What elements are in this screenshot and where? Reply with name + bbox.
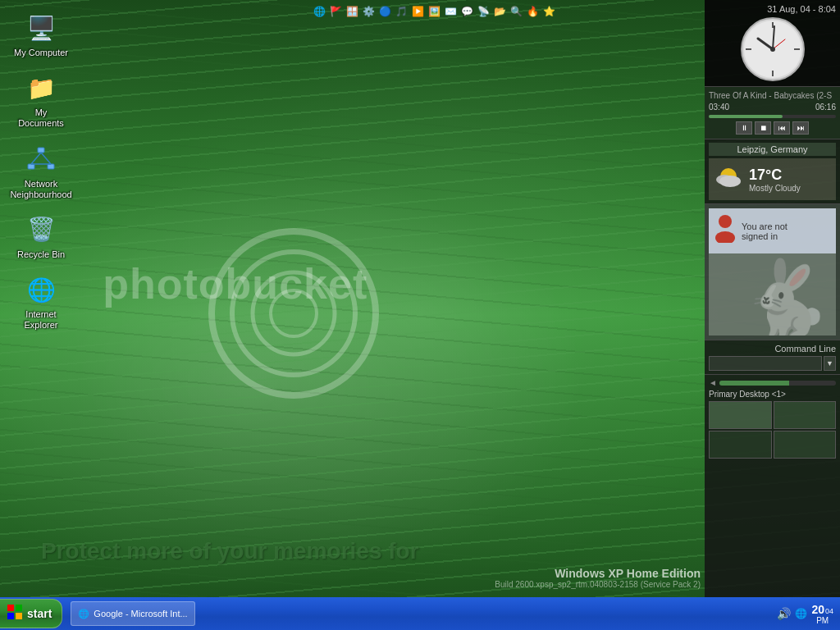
svg-rect-6 (48, 164, 54, 169)
my-computer-icon: 🖥️ (25, 11, 57, 44)
taskbar-items: 🌐 Google - Microsoft Int... (66, 601, 770, 626)
messenger-inner: You are not signed in (709, 208, 836, 253)
command-input-row: ▼ (709, 356, 836, 371)
windows-logo-icon (7, 604, 23, 624)
svg-rect-28 (16, 613, 22, 619)
vdesktop-thumb-1[interactable] (709, 401, 772, 429)
tray-icon-2[interactable]: 🌐 (795, 608, 807, 619)
desktop-icon-ie[interactable]: 🌐 Internet Explorer (8, 270, 74, 334)
vdesktop-preview-grid (709, 401, 836, 459)
top-icon-flag[interactable]: 🚩 (328, 4, 343, 19)
vdesktop-widget: ◄ Primary Desktop <1> (705, 374, 840, 630)
music-progress-bar[interactable] (709, 115, 836, 118)
top-icon-chat[interactable]: 💬 (459, 4, 474, 19)
messenger-widget[interactable]: You are not signed in 🐇 (705, 203, 840, 340)
top-icon-bar: 🌐 🚩 🪟 ⚙️ 🔵 🎵 ▶️ 🖼️ ✉️ 💬 📡 📂 🔍 🔥 ⭐ (312, 4, 556, 19)
svg-rect-5 (28, 164, 34, 169)
photobucket-circles (203, 223, 384, 407)
music-prev-button[interactable]: ⏮ (774, 121, 790, 135)
clock-tray[interactable]: 2004 PM (811, 603, 833, 625)
top-icon-folder[interactable]: 📂 (492, 4, 507, 19)
vdesktop-arrow-icon[interactable]: ◄ (709, 378, 717, 387)
weather-temp: 17°C (749, 167, 833, 184)
svg-rect-26 (16, 605, 22, 611)
taskbar-item-icon: 🌐 (78, 609, 89, 619)
top-icon-video[interactable]: ▶️ (410, 4, 425, 19)
clock-ampm: PM (811, 616, 833, 625)
music-widget: Three Of A Kind - Babycakes (2-S 03:40 0… (705, 86, 840, 139)
vdesktop-progress-bar (719, 381, 836, 386)
music-total-time: 06:16 (815, 103, 836, 112)
clock-hour: 20 (811, 603, 824, 616)
top-icon-ie2[interactable]: 🔵 (377, 4, 392, 19)
vdesktop-thumb-4[interactable] (774, 431, 837, 459)
top-icon-network2[interactable]: 📡 (476, 4, 491, 19)
clock-datetime: 31 Aug, 04 - 8:04 (709, 4, 836, 14)
command-line-label: Command Line (709, 344, 836, 354)
desktop-icon-my-documents[interactable]: 📁 My Documents (8, 68, 74, 132)
music-controls: ⏸ ⏹ ⏮ ⏭ (709, 121, 836, 135)
svg-point-3 (271, 290, 317, 336)
ie-icon: 🌐 (25, 273, 57, 306)
command-dropdown-button[interactable]: ▼ (824, 356, 836, 371)
weather-desc: Mostly Cloudy (749, 184, 833, 193)
my-computer-label: My Computer (14, 48, 68, 58)
music-next-button[interactable]: ⏭ (792, 121, 809, 135)
tray-icon-1[interactable]: 🔊 (777, 607, 791, 620)
my-documents-icon: 📁 (25, 71, 57, 104)
top-icon-fire[interactable]: 🔥 (525, 4, 540, 19)
svg-line-7 (31, 153, 41, 164)
taskbar-tray: 🔊 🌐 2004 PM (770, 603, 840, 625)
music-pause-button[interactable]: ⏸ (736, 121, 752, 135)
vdesktop-thumb-3[interactable] (709, 431, 772, 459)
sidebar-panel: 31 Aug, 04 - 8:04 (705, 0, 840, 630)
top-icon-star[interactable]: ⭐ (541, 4, 556, 19)
network-label: NetworkNeighbourhood (10, 179, 71, 200)
top-icon-search[interactable]: 🔍 (509, 4, 523, 19)
top-icon-photo[interactable]: 🖼️ (427, 4, 441, 19)
svg-point-23 (719, 215, 732, 228)
svg-line-8 (41, 153, 51, 164)
weather-info: 17°C Mostly Cloudy (749, 167, 833, 193)
svg-point-24 (715, 231, 735, 243)
clock-widget: 31 Aug, 04 - 8:04 (705, 0, 840, 86)
desktop-icon-network[interactable]: NetworkNeighbourhood (8, 139, 74, 203)
clock-superscript: 04 (825, 607, 833, 615)
svg-rect-25 (7, 605, 14, 611)
recycle-bin-icon: 🗑️ (25, 213, 57, 246)
weather-icon (712, 162, 745, 197)
vdesktop-thumb-2[interactable] (774, 401, 837, 429)
svg-point-2 (253, 272, 335, 354)
top-icon-music[interactable]: 🎵 (394, 4, 409, 19)
analog-clock (740, 16, 806, 82)
ie-label: Internet Explorer (11, 309, 71, 331)
top-icon-globe[interactable]: 🌐 (312, 4, 326, 19)
music-current-time: 03:40 (709, 103, 729, 112)
desktop: photobucket Protect more of your memorie… (0, 0, 840, 630)
command-input-field[interactable] (709, 356, 822, 371)
desktop-icons: 🖥️ My Computer 📁 My Documents NetworkNei… (8, 8, 74, 335)
music-progress-fill (709, 115, 783, 118)
svg-point-22 (719, 176, 741, 187)
taskbar-item-google-ie[interactable]: 🌐 Google - Microsoft Int... (71, 601, 194, 626)
music-stop-button[interactable]: ⏹ (755, 121, 771, 135)
taskbar-item-label: Google - Microsoft Int... (94, 609, 187, 619)
music-title: Three Of A Kind - Babycakes (2-S (709, 91, 836, 100)
taskbar: start 🌐 Google - Microsoft Int... 🔊 🌐 20… (0, 597, 840, 630)
start-button[interactable]: start (0, 599, 62, 628)
svg-rect-4 (38, 148, 44, 153)
desktop-icon-recycle-bin[interactable]: 🗑️ Recycle Bin (8, 210, 74, 263)
weather-main: 17°C Mostly Cloudy (709, 158, 836, 200)
start-label: start (27, 607, 52, 620)
messenger-avatar-icon (713, 213, 737, 249)
weather-widget: Leipzig, Germany 17°C Mostly Cloudy (705, 139, 840, 203)
command-widget: Command Line ▼ (705, 340, 840, 374)
top-icon-settings[interactable]: ⚙️ (361, 4, 376, 19)
top-icon-window[interactable]: 🪟 (345, 4, 359, 19)
top-icon-mail[interactable]: ✉️ (443, 4, 458, 19)
messenger-status-text: You are not signed in (742, 221, 832, 241)
svg-rect-27 (7, 613, 14, 619)
desktop-icon-my-computer[interactable]: 🖥️ My Computer (8, 8, 74, 62)
music-time: 03:40 06:16 (709, 103, 836, 112)
weather-city: Leipzig, Germany (709, 143, 836, 156)
